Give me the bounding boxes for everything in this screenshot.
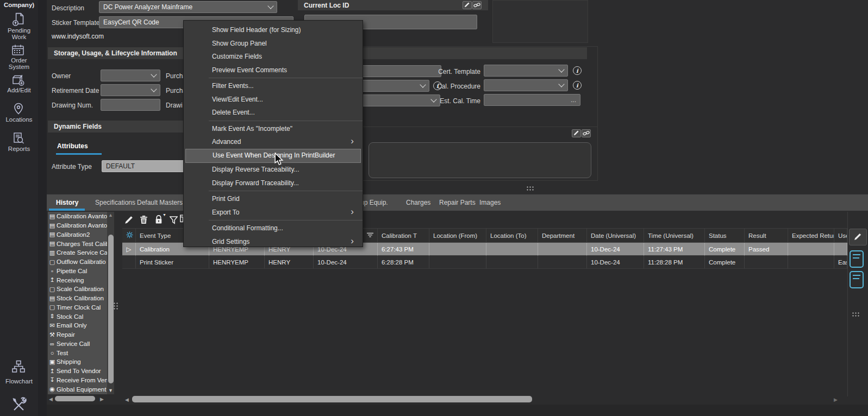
- column-header-location-from-[interactable]: Location (From): [429, 228, 486, 243]
- menu-item[interactable]: Preview Event Comments: [184, 64, 363, 77]
- attribute-type-field[interactable]: DEFAULT: [102, 160, 188, 172]
- column-header-time-universal-[interactable]: Time (Universal): [644, 228, 705, 243]
- sidebar-item-reports[interactable]: Reports: [0, 146, 38, 152]
- event-type-list-item[interactable]: ▢Scale Calibration: [48, 285, 107, 294]
- menu-item[interactable]: Use Event When Designing In PrintBuilder: [185, 149, 361, 163]
- scroll-down-arrow[interactable]: ▼: [107, 387, 114, 394]
- delete-event-icon[interactable]: [140, 215, 148, 226]
- sidebar-item-flowchart[interactable]: Flowchart: [0, 378, 38, 385]
- menu-item[interactable]: Advanced›: [184, 135, 363, 149]
- event-type-list-item[interactable]: ○Test: [48, 348, 107, 357]
- event-type-list-item[interactable]: ▥Create Service Call: [48, 248, 107, 257]
- link-button[interactable]: [582, 129, 591, 137]
- scroll-left-arrow[interactable]: ◀: [125, 396, 129, 403]
- column-header-date-universal-[interactable]: Date (Universal): [587, 228, 644, 243]
- flowchart-icon[interactable]: [11, 360, 26, 375]
- sidebar-item-add-edit[interactable]: Add/Edit: [0, 87, 38, 93]
- tab-attributes[interactable]: Attributes: [57, 142, 88, 150]
- column-header-expected-retur[interactable]: Expected Retur: [788, 228, 834, 243]
- column-header-status[interactable]: Status: [705, 228, 745, 243]
- event-type-list-item[interactable]: ↧Receive From Vend: [48, 376, 107, 385]
- splitter-grip[interactable]: [113, 302, 119, 310]
- menu-item[interactable]: Display Forward Traceability...: [184, 177, 363, 190]
- menu-item[interactable]: Filter Events...: [184, 79, 363, 93]
- column-header-location-to-[interactable]: Location (To): [486, 228, 538, 243]
- event-type-list-item[interactable]: ▤Charges Test Calib: [48, 239, 107, 248]
- comments-textarea[interactable]: [369, 142, 591, 178]
- splitter-grip[interactable]: [852, 312, 859, 318]
- column-header-calibration-t[interactable]: Calibration T: [378, 228, 429, 243]
- filter-icon[interactable]: [170, 216, 178, 226]
- tab-up-equip-[interactable]: up Equip.: [360, 199, 388, 206]
- splitter-grip[interactable]: [526, 186, 535, 191]
- event-type-list-item[interactable]: ▤Calibration Avanto: [48, 221, 107, 230]
- event-type-list-item[interactable]: ↥Send To Vendor: [48, 367, 107, 376]
- reports-icon[interactable]: [12, 132, 25, 147]
- scroll-right-arrow[interactable]: ▶: [100, 396, 104, 402]
- event-type-list-item[interactable]: ▤Calibration Avanto: [48, 212, 107, 221]
- menu-item[interactable]: Grid Settings›: [184, 235, 363, 249]
- event-type-list-item[interactable]: ▢Outflow Calibratio: [48, 257, 107, 267]
- order-system-icon[interactable]: [11, 43, 25, 59]
- event-type-list-item[interactable]: ↥Receiving: [48, 275, 107, 285]
- table-hscrollbar[interactable]: ◀ ▶: [124, 395, 841, 404]
- description-dropdown[interactable]: DC Power Analyzer Mainframe: [99, 1, 277, 13]
- event-type-list-item[interactable]: ▣Shipping: [48, 357, 107, 367]
- edit-button[interactable]: [463, 1, 472, 9]
- add-edit-icon[interactable]: [11, 73, 25, 88]
- sidebar-item-order-system[interactable]: Order System: [0, 57, 38, 70]
- tab-history[interactable]: History: [56, 199, 78, 206]
- menu-item[interactable]: Show Group Panel: [184, 37, 363, 51]
- table-row[interactable]: Print StickerHENRYEMPHENRY10-Dec-246:28:…: [122, 256, 847, 269]
- event-type-list-item[interactable]: ✉Email Only: [48, 321, 107, 330]
- event-type-list-item[interactable]: ⚒Repair: [48, 330, 107, 339]
- menu-item[interactable]: Display Reverse Traceability...: [184, 163, 363, 177]
- menu-item[interactable]: Conditional Formatting...: [184, 222, 363, 235]
- locations-icon[interactable]: [13, 103, 24, 117]
- menu-item[interactable]: Export To›: [184, 206, 363, 219]
- column-filter-icon[interactable]: [367, 232, 373, 239]
- scroll-right-arrow[interactable]: ▶: [834, 396, 838, 403]
- row-expand-arrow[interactable]: ▷: [122, 243, 136, 256]
- link-button[interactable]: [472, 1, 482, 9]
- lock-icon[interactable]: ▼: [154, 215, 163, 226]
- column-header[interactable]: [122, 228, 136, 243]
- event-list-hscrollbar[interactable]: ◀ ▶: [48, 395, 114, 404]
- est-cal-time-input[interactable]: ...: [484, 94, 580, 106]
- event-type-list-item[interactable]: ▫Pipette Cal: [48, 267, 107, 276]
- event-type-list-item[interactable]: ▢Timer Clock Cal: [48, 303, 107, 312]
- ellipsis-button[interactable]: ...: [571, 96, 576, 104]
- tab-images[interactable]: Images: [479, 199, 501, 206]
- menu-item[interactable]: Mark Event As "Incomplete": [184, 122, 363, 136]
- pending-work-icon[interactable]: [11, 12, 27, 29]
- event-type-list-item[interactable]: ▤Calibration2: [48, 230, 107, 239]
- menu-item[interactable]: Show Field Header (for Sizing): [184, 23, 363, 37]
- event-type-list-item[interactable]: ▤Stock Calibration: [48, 294, 107, 303]
- vscroll-thumb[interactable]: [108, 235, 114, 383]
- tools-icon[interactable]: [11, 396, 27, 414]
- hscroll-thumb[interactable]: [132, 396, 532, 402]
- drawing-num-input[interactable]: [101, 99, 160, 111]
- event-type-list-item[interactable]: ⇕Stock Cal: [48, 312, 107, 321]
- edit-record-button[interactable]: [849, 229, 867, 245]
- tab-charges[interactable]: Charges: [406, 199, 430, 206]
- info-icon[interactable]: i: [573, 66, 582, 75]
- sidebar-item-pending-work[interactable]: Pending Work: [0, 27, 38, 40]
- column-header-user[interactable]: User: [834, 228, 847, 243]
- sidebar-item-locations[interactable]: Locations: [0, 116, 38, 123]
- event-type-list-item[interactable]: ∞Service Call: [48, 339, 107, 349]
- column-header-result[interactable]: Result: [745, 228, 788, 243]
- scroll-up-arrow[interactable]: ▲: [107, 212, 114, 218]
- event-type-list-item[interactable]: ◉Global Equipment: [48, 385, 107, 394]
- tab-repair-parts[interactable]: Repair Parts: [439, 199, 476, 206]
- menu-item[interactable]: Customize Fields: [184, 50, 363, 64]
- menu-item[interactable]: Delete Event...: [184, 106, 363, 119]
- tab-default-masters[interactable]: Default Masters: [137, 199, 183, 206]
- edit-button[interactable]: [572, 129, 581, 137]
- info-icon[interactable]: i: [573, 81, 582, 90]
- cert-template-dropdown[interactable]: [484, 65, 568, 77]
- retirement-date-dropdown[interactable]: [101, 84, 160, 96]
- certificate-template-icon[interactable]: [850, 250, 864, 268]
- grid-options-icon[interactable]: [126, 231, 133, 239]
- tab-specifications[interactable]: Specifications: [95, 199, 135, 206]
